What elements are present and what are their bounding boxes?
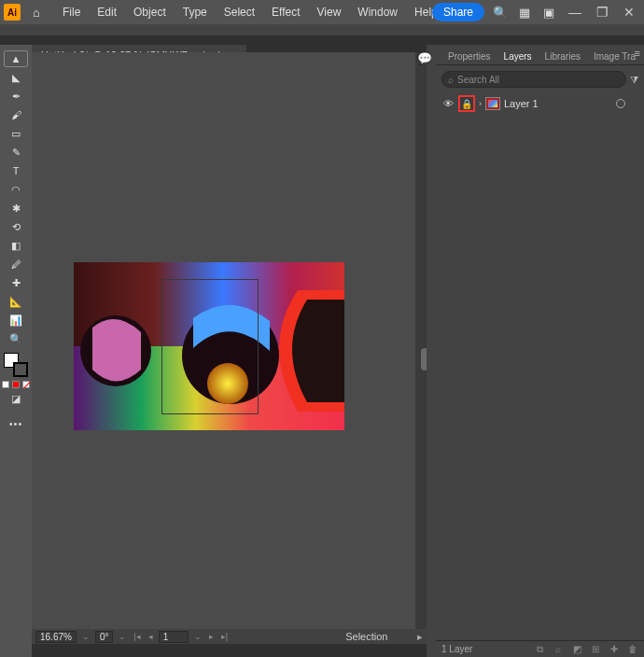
zoom-dropdown-icon[interactable]: ⌄ xyxy=(80,632,91,641)
status-mode: Selection xyxy=(345,631,387,642)
color-mode-icon[interactable] xyxy=(2,381,9,388)
direct-selection-tool[interactable]: ◣ xyxy=(4,69,28,86)
search-button[interactable]: 🔍 xyxy=(492,4,509,21)
new-layer-icon[interactable]: ✚ xyxy=(609,644,620,655)
rotate-field[interactable]: 0° xyxy=(95,631,114,643)
status-expand-icon[interactable]: ▸ xyxy=(417,631,423,643)
layer-count-label: 1 Layer xyxy=(441,644,472,654)
window-close[interactable]: ✕ xyxy=(620,5,638,20)
home-button[interactable]: ⌂ xyxy=(26,4,47,21)
pencil-tool[interactable]: ✎ xyxy=(4,144,28,161)
layer-name[interactable]: Layer 1 xyxy=(504,98,539,109)
none-mode-icon[interactable] xyxy=(22,381,30,388)
menu-object[interactable]: Object xyxy=(125,0,175,24)
graph-tool[interactable]: 📊 xyxy=(4,312,28,328)
rotate-dropdown-icon[interactable]: ⌄ xyxy=(117,632,128,641)
brush-tool[interactable]: 🖌 xyxy=(4,106,28,123)
tab-layers[interactable]: Layers xyxy=(497,49,539,64)
menu-file[interactable]: File xyxy=(54,0,89,24)
layer-row[interactable]: 👁 🔒 › Layer 1 xyxy=(436,93,644,114)
app-logo: Ai xyxy=(4,4,21,21)
search-placeholder: Search All xyxy=(457,75,499,85)
zoom-field[interactable]: 16.67% xyxy=(35,631,77,643)
lock-toggle[interactable]: 🔒 xyxy=(458,95,475,112)
menu-window[interactable]: Window xyxy=(349,0,406,24)
menubar: Ai ⌂ File Edit Object Type Select Effect… xyxy=(0,0,644,24)
new-sublayer-icon[interactable]: ⊞ xyxy=(590,644,601,655)
edit-toolbar-button[interactable]: ••• xyxy=(9,418,23,429)
panel-menu-icon[interactable]: ≡ xyxy=(635,48,640,59)
pen-tool[interactable]: ✒ xyxy=(4,88,28,105)
menu-effect[interactable]: Effect xyxy=(263,0,308,24)
drawing-mode-button[interactable]: ◪ xyxy=(4,390,28,407)
measure-tool[interactable]: 📐 xyxy=(4,293,28,310)
artwork-content-icon xyxy=(74,262,344,430)
screen-mode-button[interactable]: ▣ xyxy=(540,4,557,21)
rotate-tool[interactable]: ⟲ xyxy=(4,218,28,235)
shape-builder-tool[interactable]: ◧ xyxy=(4,237,28,254)
artboard-number-field[interactable]: 1 xyxy=(159,631,189,643)
curvature-tool[interactable]: ◠ xyxy=(4,181,28,198)
layer-selection-color xyxy=(633,97,638,110)
filter-icon[interactable]: ⧩ xyxy=(630,74,638,86)
window-minimize[interactable]: — xyxy=(565,5,585,20)
layers-panel-footer: 1 Layer ⧉ ⌕ ◩ ⊞ ✚ 🗑 xyxy=(436,640,644,657)
menu-edit[interactable]: Edit xyxy=(89,0,125,24)
tab-libraries[interactable]: Libraries xyxy=(539,49,587,64)
rectangle-tool[interactable]: ▭ xyxy=(4,125,28,142)
make-clipping-mask-icon[interactable]: ◩ xyxy=(571,644,582,655)
panel-tabs: Properties Layers Libraries Image Tra ≡ xyxy=(436,45,644,65)
selection-tool[interactable]: ▲ xyxy=(4,50,28,67)
locate-object-icon[interactable]: ⌕ xyxy=(553,644,564,655)
stroke-swatch[interactable] xyxy=(13,362,28,377)
svg-point-4 xyxy=(207,363,248,404)
visibility-toggle-icon[interactable]: 👁 xyxy=(441,98,455,109)
share-button[interactable]: Share xyxy=(432,3,484,21)
artboard-tool[interactable]: ✚ xyxy=(4,274,28,291)
comments-icon[interactable]: 💬 xyxy=(415,49,434,67)
menu-select[interactable]: Select xyxy=(216,0,263,24)
layer-expand-icon[interactable]: › xyxy=(479,99,482,108)
gradient-mode-icon[interactable] xyxy=(12,381,20,388)
type-tool[interactable]: T xyxy=(4,162,28,179)
layers-search-input[interactable]: ⌕ Search All xyxy=(441,71,626,88)
canvas[interactable]: ▲ ▼ 16.67% ⌄ 0° ⌄ |◂ ◂ 1 ⌄ ▸ ▸| Selectio… xyxy=(32,52,427,644)
layer-target-icon[interactable] xyxy=(616,99,625,108)
eraser-tool[interactable]: ✱ xyxy=(4,200,28,217)
arrange-docs-button[interactable]: ▦ xyxy=(516,4,533,21)
tab-properties[interactable]: Properties xyxy=(441,49,497,64)
layer-thumbnail xyxy=(485,97,500,110)
delete-layer-icon[interactable]: 🗑 xyxy=(627,644,638,655)
last-artboard-icon[interactable]: ▸| xyxy=(219,632,230,641)
menu-view[interactable]: View xyxy=(309,0,350,24)
artboard-dropdown-icon[interactable]: ⌄ xyxy=(192,632,203,641)
panel-dock-strip[interactable] xyxy=(427,45,436,657)
layer-clip-icon[interactable]: ⧉ xyxy=(534,644,545,655)
first-artboard-icon[interactable]: |◂ xyxy=(132,632,142,641)
lock-icon: 🔒 xyxy=(461,99,472,109)
window-restore[interactable]: ❐ xyxy=(593,5,612,20)
next-artboard-icon[interactable]: ▸ xyxy=(207,632,216,641)
status-bar: 16.67% ⌄ 0° ⌄ |◂ ◂ 1 ⌄ ▸ ▸| Selection ▸ xyxy=(32,629,427,644)
options-bar xyxy=(0,24,644,35)
menu-type[interactable]: Type xyxy=(175,0,216,24)
right-panel: Properties Layers Libraries Image Tra ≡ … xyxy=(436,45,644,657)
placed-image[interactable] xyxy=(74,262,344,430)
zoom-tool[interactable]: 🔍 xyxy=(4,330,28,347)
search-icon: ⌕ xyxy=(448,75,454,85)
prev-artboard-icon[interactable]: ◂ xyxy=(147,632,155,641)
toolbox: ▲ ◣ ✒ 🖌 ▭ ✎ T ◠ ✱ ⟲ ◧ 🖉 ✚ 📐 📊 🔍 ◪ ••• xyxy=(0,45,32,657)
eyedropper-tool[interactable]: 🖉 xyxy=(4,256,28,273)
fill-stroke-swatches[interactable] xyxy=(4,353,28,377)
